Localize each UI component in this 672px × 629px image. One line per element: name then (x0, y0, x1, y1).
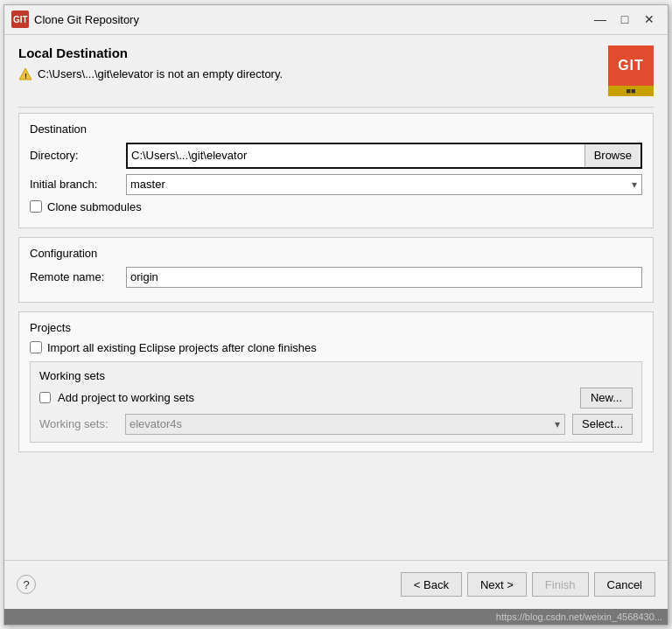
window-title: Clone Git Repository (34, 13, 589, 26)
clone-submodules-row: Clone submodules (30, 200, 642, 213)
cancel-button[interactable]: Cancel (594, 572, 655, 597)
main-content: Local Destination ! C:\Users\...\git\ele… (4, 35, 668, 560)
page-title: Local Destination (18, 45, 283, 60)
svg-text:!: ! (24, 72, 27, 80)
git-logo-container: GIT ■■ (608, 45, 654, 96)
clone-git-repository-window: GIT Clone Git Repository — □ ✕ Local Des… (4, 4, 668, 626)
remote-name-label: Remote name: (30, 270, 126, 283)
header-left: Local Destination ! C:\Users\...\git\ele… (18, 45, 283, 90)
branch-select[interactable]: master (126, 174, 642, 195)
branch-select-wrapper: master (126, 174, 642, 195)
destination-label: Destination (30, 122, 642, 136)
separator-1 (18, 107, 654, 108)
back-button[interactable]: < Back (401, 572, 462, 597)
add-working-sets-row: Add project to working sets New... (39, 388, 633, 409)
configuration-label: Configuration (30, 247, 642, 260)
git-logo-bottom: ■■ (608, 86, 654, 96)
working-sets-select[interactable]: elevator4s (125, 414, 565, 435)
clone-submodules-label: Clone submodules (47, 200, 142, 213)
remote-name-input[interactable] (126, 267, 642, 288)
finish-button[interactable]: Finish (532, 572, 589, 597)
titlebar: GIT Clone Git Repository — □ ✕ (4, 5, 668, 35)
projects-label: Projects (30, 321, 642, 334)
import-projects-checkbox[interactable] (30, 341, 42, 353)
next-button[interactable]: Next > (467, 572, 527, 597)
working-sets-box: Working sets Add project to working sets… (30, 361, 642, 443)
directory-wrapper: Browse (126, 143, 642, 169)
git-logo: GIT (608, 45, 654, 86)
import-projects-row: Import all existing Eclipse projects aft… (30, 341, 642, 354)
select-button[interactable]: Select... (572, 414, 633, 435)
working-sets-title: Working sets (39, 369, 633, 382)
destination-section: Destination Directory: Browse Initial br… (18, 113, 654, 228)
configuration-section: Configuration Remote name: (18, 237, 654, 303)
working-sets-select-wrapper: elevator4s (125, 414, 565, 435)
working-sets-select-row: Working sets: elevator4s Select... (39, 414, 633, 435)
help-button[interactable]: ? (17, 575, 36, 594)
branch-row: Initial branch: master (30, 174, 642, 195)
warning-row: ! C:\Users\...\git\elevator is not an em… (18, 67, 283, 81)
new-button[interactable]: New... (580, 388, 633, 409)
window-icon: GIT (11, 10, 29, 28)
url-text: https://blog.csdn.net/weixin_4568430... (496, 612, 662, 622)
minimize-button[interactable]: — (589, 9, 612, 30)
warning-message: C:\Users\...\git\elevator is not an empt… (38, 67, 283, 80)
directory-input[interactable] (128, 144, 584, 167)
clone-submodules-checkbox[interactable] (30, 200, 42, 213)
add-working-sets-label: Add project to working sets (58, 391, 194, 404)
svg-text:GIT: GIT (13, 15, 28, 24)
warning-icon: ! (18, 67, 32, 81)
add-working-sets-checkbox[interactable] (39, 392, 51, 403)
git-logo-text: GIT (618, 58, 644, 73)
remote-name-row: Remote name: (30, 267, 642, 288)
browse-button[interactable]: Browse (584, 144, 640, 167)
import-projects-label: Import all existing Eclipse projects aft… (47, 341, 317, 354)
maximize-button[interactable]: □ (613, 9, 636, 30)
bottom-bar: ? < Back Next > Finish Cancel (4, 560, 668, 609)
header-row: Local Destination ! C:\Users\...\git\ele… (18, 45, 654, 96)
branch-label: Initial branch: (30, 178, 126, 191)
window-controls: — □ ✕ (589, 9, 661, 30)
close-button[interactable]: ✕ (638, 9, 661, 30)
url-bar: https://blog.csdn.net/weixin_4568430... (4, 609, 668, 625)
working-sets-field-label: Working sets: (39, 417, 118, 430)
directory-row: Directory: Browse (30, 143, 642, 169)
projects-section: Projects Import all existing Eclipse pro… (18, 311, 654, 452)
directory-label: Directory: (30, 149, 126, 162)
